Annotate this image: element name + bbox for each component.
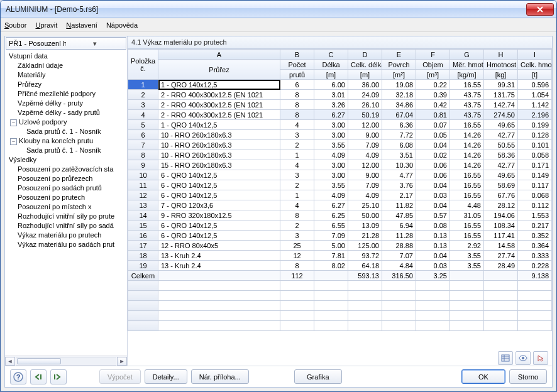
cell[interactable]: 2.196	[518, 110, 552, 120]
cell[interactable]: 50.55	[484, 140, 518, 150]
tree-item[interactable]: Výkaz materiálu po sadách prut	[9, 240, 126, 249]
prev-button[interactable]	[30, 369, 47, 384]
tree-hinges[interactable]: −Klouby na koncích prutu	[9, 136, 126, 146]
cell[interactable]: 3	[280, 231, 314, 241]
cell[interactable]: 11.82	[382, 200, 416, 210]
cell[interactable]: 99.31	[484, 80, 518, 90]
cell[interactable]: 0.171	[518, 160, 552, 170]
details-button[interactable]: Detaily...	[145, 369, 187, 384]
cell[interactable]: 26.10	[348, 100, 382, 110]
table-row[interactable]: 42 - RRO 400x300x12.5 (EN 102186.2750.19…	[128, 110, 552, 120]
cell[interactable]: 3.00	[314, 170, 348, 180]
tree-item[interactable]: Výkaz materiálu po prutech	[9, 231, 126, 240]
cell[interactable]: 125.00	[348, 241, 382, 251]
cell[interactable]: 6.00	[314, 80, 348, 90]
cell[interactable]: 0.04	[416, 140, 450, 150]
row-number[interactable]: 17	[128, 241, 158, 251]
cell[interactable]: 19.08	[382, 80, 416, 90]
cell[interactable]: 3.51	[382, 150, 416, 160]
menu-help[interactable]: Nápověda	[106, 21, 138, 29]
menu-settings[interactable]: Nastavení	[66, 21, 97, 29]
row-number[interactable]: 6	[128, 130, 158, 140]
table-row[interactable]: 156 - QRO 140x12,526.5513.096.940.0816.5…	[128, 220, 552, 231]
cell[interactable]: 64.18	[348, 261, 382, 271]
cell[interactable]: 7.09	[348, 140, 382, 150]
cell[interactable]: 6.94	[382, 220, 416, 231]
menu-file[interactable]: Soubor	[4, 21, 26, 29]
cell[interactable]: 28.88	[382, 241, 416, 251]
table-row[interactable]: 22 - RRO 400x300x12.5 (EN 102183.0124.09…	[128, 90, 552, 100]
cell-section[interactable]: 6 - QRO 140x12,5	[158, 180, 280, 190]
cell[interactable]: 10.30	[382, 160, 416, 170]
cell[interactable]: 16.55	[450, 180, 484, 190]
cell[interactable]: 43.75	[450, 90, 484, 100]
cell-section[interactable]: 13 - Kruh 2.4	[158, 261, 280, 271]
cell[interactable]: 0.06	[416, 170, 450, 180]
cell[interactable]: 4.77	[382, 170, 416, 180]
cell-section[interactable]: 6 - QRO 140x12,5	[158, 190, 280, 200]
cell[interactable]: 8	[280, 110, 314, 120]
cell[interactable]: 42.77	[484, 130, 518, 140]
tree-item[interactable]: Vzpěrné délky - sady prutů	[9, 108, 126, 117]
cell[interactable]: 2.17	[382, 190, 416, 200]
table-row[interactable]: 610 - RRO 260x180x6.333.009.007.720.0514…	[128, 130, 552, 140]
tree-item[interactable]: Rozhodující vnitřní síly po prute	[9, 212, 126, 221]
cell[interactable]: 2.92	[450, 241, 484, 251]
cell-section[interactable]: 6 - QRO 140x12,5	[158, 220, 280, 231]
cell[interactable]: 0.333	[518, 251, 552, 261]
cell[interactable]: 1	[280, 150, 314, 160]
scroll-left-icon[interactable]: ◄	[5, 357, 15, 366]
cell[interactable]: 3	[280, 130, 314, 140]
cell[interactable]: 16.55	[450, 190, 484, 200]
cell[interactable]: 0.117	[518, 180, 552, 190]
col-header[interactable]: Celk. délka	[348, 60, 382, 70]
cell[interactable]: 0.39	[416, 90, 450, 100]
minus-icon[interactable]: −	[10, 119, 17, 126]
cell[interactable]: 50.19	[348, 110, 382, 120]
tree-nodal[interactable]: −Uzlové podpory	[9, 117, 126, 127]
cell[interactable]: 67.76	[484, 190, 518, 200]
cell[interactable]: 0.13	[416, 231, 450, 241]
cell[interactable]: 16.55	[450, 80, 484, 90]
row-number[interactable]: 12	[128, 190, 158, 200]
cell[interactable]: 3	[280, 170, 314, 180]
cell[interactable]: 142.74	[484, 100, 518, 110]
cell[interactable]: 9.00	[348, 130, 382, 140]
minus-icon[interactable]: −	[10, 138, 17, 145]
cell[interactable]: 0.149	[518, 170, 552, 180]
cell[interactable]: 49.65	[484, 120, 518, 130]
table-row[interactable]: 1712 - RRO 80x40x5255.00125.0028.880.132…	[128, 241, 552, 251]
row-number[interactable]: 10	[128, 170, 158, 180]
cell[interactable]: 58.69	[484, 180, 518, 190]
cell-section[interactable]: 13 - Kruh 2.4	[158, 251, 280, 261]
tree-item[interactable]: Vzpěrné délky - pruty	[9, 99, 126, 108]
tree-item[interactable]: Základní údaje	[9, 61, 126, 70]
cell[interactable]: 43.75	[450, 110, 484, 120]
cell-section[interactable]: 15 - RRO 260x180x6.3	[158, 160, 280, 170]
tree-item[interactable]: Posouzení po průřezech	[9, 174, 126, 183]
cell[interactable]: 2	[280, 140, 314, 150]
cell[interactable]: 16.55	[450, 220, 484, 231]
cell[interactable]: 6.36	[382, 120, 416, 130]
scroll-right-icon[interactable]: ►	[117, 357, 127, 366]
cell[interactable]: 14.26	[450, 140, 484, 150]
cell[interactable]: 21.28	[348, 231, 382, 241]
cell[interactable]: 3.01	[314, 90, 348, 100]
help-button[interactable]: ?	[10, 369, 26, 384]
cell[interactable]: 4	[280, 160, 314, 170]
cell[interactable]: 0.101	[518, 140, 552, 150]
cell[interactable]: 4.09	[348, 150, 382, 160]
col-letter[interactable]: C	[314, 50, 348, 60]
table-row[interactable]: 51 - QRO 140x12,543.0012.006.360.0716.55…	[128, 120, 552, 130]
col-header[interactable]: Počet	[280, 60, 314, 70]
case-combo[interactable]: PŘ1 - Posouzení hliníkových pr ▾	[6, 37, 126, 50]
cell[interactable]: 0.596	[518, 80, 552, 90]
cell[interactable]: 47.85	[382, 210, 416, 220]
view-btn-1[interactable]	[498, 351, 513, 365]
nar-button[interactable]: Nár. příloha...	[191, 369, 249, 384]
table-row[interactable]: 106 - QRO 140x12,533.009.004.770.0616.55…	[128, 170, 552, 180]
calc-button[interactable]: Výpočet	[99, 369, 141, 384]
table-row[interactable]: 11 - QRO 140x12,566.0036.0019.080.2216.5…	[128, 80, 552, 90]
cell[interactable]: 4	[280, 200, 314, 210]
cell[interactable]: 49.65	[484, 170, 518, 180]
